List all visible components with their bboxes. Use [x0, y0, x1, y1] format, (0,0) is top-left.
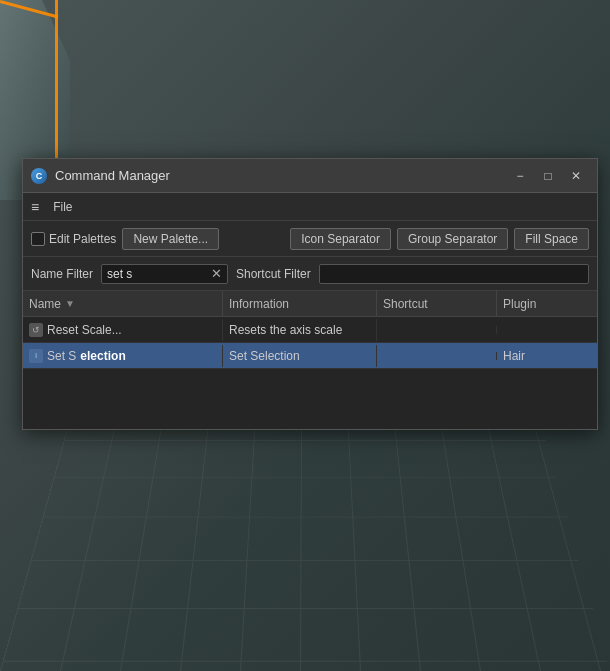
- app-icon: C: [31, 168, 47, 184]
- title-left: C Command Manager: [31, 168, 170, 184]
- menu-bar: ≡ File: [23, 193, 597, 221]
- toolbar: Edit Palettes New Palette... Icon Separa…: [23, 221, 597, 257]
- shortcut-filter-input[interactable]: [325, 267, 583, 281]
- cell-shortcut-1: [377, 326, 497, 334]
- cell-name-2: i Set Selection: [23, 345, 223, 367]
- cell-plugin-2: Hair: [497, 345, 597, 367]
- column-header-shortcut: Shortcut: [377, 291, 497, 316]
- row-icon-set: i: [29, 349, 43, 363]
- edit-palettes-label[interactable]: Edit Palettes: [31, 232, 116, 246]
- cell-name-1: ↺ Reset Scale...: [23, 319, 223, 341]
- name-filter-wrap: ✕: [101, 264, 228, 284]
- table-empty-area: [23, 369, 597, 429]
- table-header: Name ▼ Information Shortcut Plugin: [23, 291, 597, 317]
- cell-info-2: Set Selection: [223, 345, 377, 367]
- window-controls: − □ ✕: [507, 165, 589, 187]
- table-row[interactable]: ↺ Reset Scale... Resets the axis scale: [23, 317, 597, 343]
- close-button[interactable]: ✕: [563, 165, 589, 187]
- icon-separator-button[interactable]: Icon Separator: [290, 228, 391, 250]
- name-filter-clear-icon[interactable]: ✕: [211, 267, 222, 280]
- commands-table: Name ▼ Information Shortcut Plugin ↺ Res…: [23, 291, 597, 429]
- dialog-title: Command Manager: [55, 168, 170, 183]
- filter-bar: Name Filter ✕ Shortcut Filter: [23, 257, 597, 291]
- fill-space-button[interactable]: Fill Space: [514, 228, 589, 250]
- edit-palettes-checkbox[interactable]: [31, 232, 45, 246]
- cell-shortcut-2: [377, 352, 497, 360]
- name-filter-input[interactable]: [107, 267, 207, 281]
- column-header-name: Name ▼: [23, 291, 223, 316]
- command-manager-dialog: C Command Manager − □ ✕ ≡ File Edit Pale…: [22, 158, 598, 430]
- column-header-plugin: Plugin: [497, 291, 597, 316]
- menu-item-file[interactable]: File: [47, 198, 78, 216]
- table-row[interactable]: i Set Selection Set Selection Hair: [23, 343, 597, 369]
- row-icon-reset: ↺: [29, 323, 43, 337]
- shortcut-filter-wrap: [319, 264, 589, 284]
- name-filter-label: Name Filter: [31, 267, 93, 281]
- maximize-button[interactable]: □: [535, 165, 561, 187]
- column-header-information: Information: [223, 291, 377, 316]
- cell-plugin-1: [497, 326, 597, 334]
- sort-icon: ▼: [65, 298, 75, 309]
- title-bar: C Command Manager − □ ✕: [23, 159, 597, 193]
- new-palette-button[interactable]: New Palette...: [122, 228, 219, 250]
- group-separator-button[interactable]: Group Separator: [397, 228, 508, 250]
- minimize-button[interactable]: −: [507, 165, 533, 187]
- cell-info-1: Resets the axis scale: [223, 319, 377, 341]
- hamburger-icon[interactable]: ≡: [31, 199, 39, 215]
- shortcut-filter-label: Shortcut Filter: [236, 267, 311, 281]
- edit-palettes-text: Edit Palettes: [49, 232, 116, 246]
